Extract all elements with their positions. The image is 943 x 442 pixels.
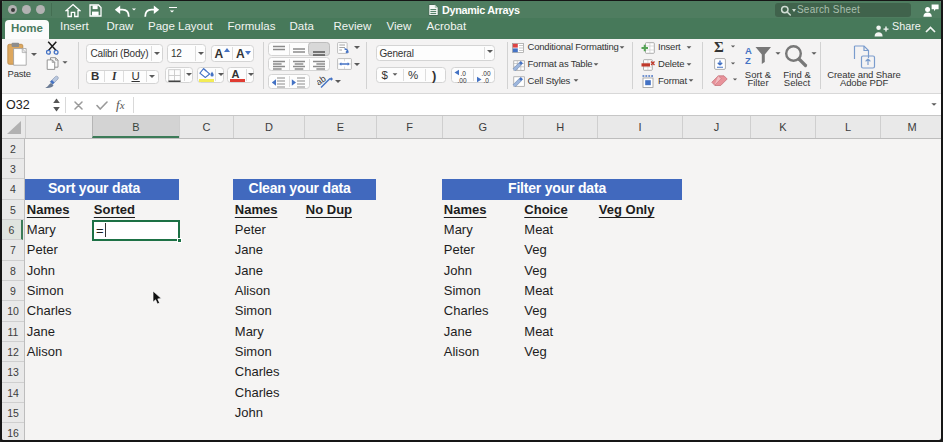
svg-text:.0: .0 — [460, 69, 466, 76]
svg-text:.0: .0 — [483, 76, 489, 83]
svg-text:.00: .00 — [481, 69, 490, 76]
svg-text:.00: .00 — [457, 76, 466, 83]
svg-text:Z: Z — [745, 55, 751, 66]
svg-text:A: A — [745, 44, 752, 55]
